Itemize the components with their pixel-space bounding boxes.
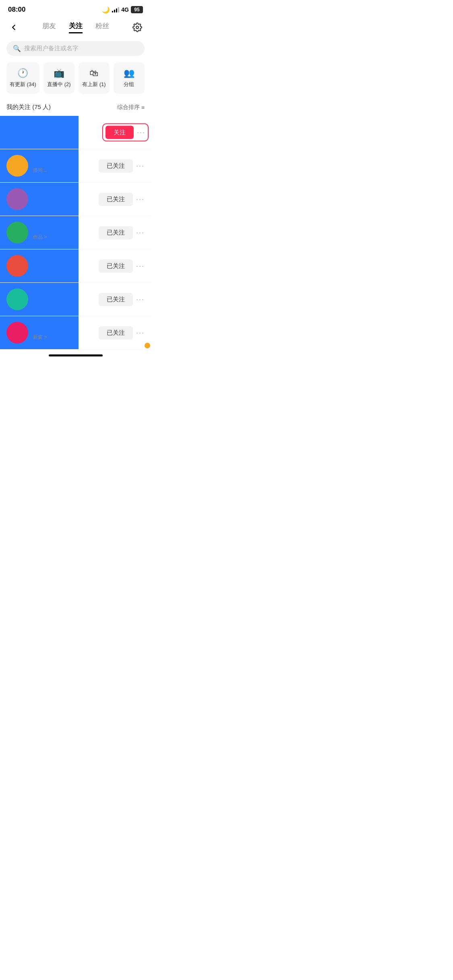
- item-actions: 已关注 ···: [99, 326, 145, 340]
- search-container: 🔍 搜索用户备注或名字: [0, 38, 151, 61]
- highlight-box: 关注 ···: [102, 124, 149, 142]
- bag-icon: 🛍: [89, 68, 98, 78]
- search-placeholder: 搜索用户备注或名字: [24, 45, 79, 52]
- item-actions: 已关注 ···: [99, 259, 145, 273]
- tab-fans[interactable]: 粉丝: [95, 21, 109, 33]
- item-actions: 已关注 ···: [99, 293, 145, 306]
- battery-indicator: 95: [131, 6, 143, 13]
- tv-icon: 📺: [54, 68, 64, 78]
- follow-button-4[interactable]: 已关注: [99, 226, 133, 239]
- user-info: 用户C: [33, 195, 99, 204]
- sort-label: 综合排序: [117, 104, 140, 111]
- user-info: 用户F: [33, 295, 99, 304]
- more-button-1[interactable]: ···: [137, 128, 145, 137]
- category-grid: 🕐 有更新 (34) 📺 直播中 (2) 🛍 有上新 (1) 👥 分组: [0, 61, 151, 100]
- follow-button-6[interactable]: 已关注: [99, 293, 133, 306]
- avatar: [6, 121, 28, 143]
- item-actions: 已关注 ···: [99, 159, 145, 173]
- list-item: 用户E 已关注 ···: [0, 249, 151, 283]
- group-icon: 👥: [124, 68, 134, 78]
- follow-button-7[interactable]: 已关注: [99, 326, 133, 340]
- category-updates-label: 有更新 (34): [10, 81, 36, 88]
- user-desc: 厨窗 >: [33, 334, 99, 341]
- item-actions: 已关注 ···: [99, 226, 145, 239]
- clock-icon: 🕐: [17, 68, 28, 78]
- search-bar[interactable]: 🔍 搜索用户备注或名字: [6, 41, 145, 56]
- category-live-label: 直播中 (2): [47, 81, 71, 88]
- search-icon: 🔍: [13, 45, 21, 52]
- signal-icon: [112, 7, 119, 12]
- more-button-5[interactable]: ···: [136, 262, 145, 270]
- category-new-label: 有上新 (1): [82, 81, 106, 88]
- more-button-7[interactable]: ···: [136, 329, 145, 337]
- nav-tabs: 朋友 关注 粉丝: [21, 21, 130, 33]
- category-groups-label: 分组: [124, 81, 134, 88]
- settings-button[interactable]: [130, 20, 145, 35]
- avatar: [6, 222, 28, 243]
- user-desc: 作品 >: [33, 234, 99, 241]
- nav-bar: 朋友 关注 粉丝: [0, 16, 151, 38]
- category-new[interactable]: 🛍 有上新 (1): [79, 62, 110, 94]
- avatar: [6, 188, 28, 210]
- avatar: [6, 322, 28, 344]
- sort-icon: ≡: [141, 104, 145, 111]
- home-indicator: [49, 354, 103, 356]
- category-groups[interactable]: 👥 分组: [114, 62, 145, 94]
- list-item: 用户B 播间... 已关注 ···: [0, 149, 151, 183]
- list-item: 用户G 厨窗 > 已关注 ···: [0, 316, 151, 350]
- back-button[interactable]: [6, 20, 21, 35]
- user-info: 用户D 作品 >: [33, 224, 99, 241]
- network-label: 4G: [121, 6, 129, 13]
- user-desc: 播间...: [33, 167, 99, 174]
- more-button-2[interactable]: ···: [136, 162, 145, 170]
- follow-list: 用户A 作品 > 关注 ··· 用户B 播间... 已关注 ··· 用户C 已关…: [0, 116, 151, 350]
- svg-point-0: [136, 26, 139, 29]
- user-info: 用户G 厨窗 >: [33, 325, 99, 341]
- section-title: 我的关注 (75 人): [6, 103, 51, 111]
- more-button-6[interactable]: ···: [136, 295, 145, 304]
- list-item: 用户F 已关注 ···: [0, 283, 151, 316]
- moon-icon: 🌙: [102, 6, 110, 14]
- follow-button-1[interactable]: 关注: [105, 126, 134, 139]
- user-info: 用户B 播间...: [33, 158, 99, 174]
- list-item: 用户A 作品 > 关注 ···: [0, 116, 151, 149]
- category-live[interactable]: 📺 直播中 (2): [43, 62, 74, 94]
- list-item: 用户D 作品 > 已关注 ···: [0, 216, 151, 249]
- avatar: [6, 155, 28, 177]
- status-time: 08:00: [8, 6, 25, 14]
- follow-button-5[interactable]: 已关注: [99, 259, 133, 273]
- avatar: [6, 255, 28, 277]
- list-item: 用户C 已关注 ···: [0, 183, 151, 216]
- follow-button-3[interactable]: 已关注: [99, 193, 133, 206]
- section-header: 我的关注 (75 人) 综合排序 ≡: [0, 100, 151, 116]
- tab-following[interactable]: 关注: [69, 21, 83, 33]
- category-updates[interactable]: 🕐 有更新 (34): [6, 62, 39, 94]
- more-button-4[interactable]: ···: [136, 229, 145, 237]
- status-right: 🌙 4G 95: [102, 6, 143, 14]
- tab-friends[interactable]: 朋友: [42, 21, 56, 33]
- avatar: [6, 288, 28, 310]
- more-button-3[interactable]: ···: [136, 195, 145, 204]
- follow-button-2[interactable]: 已关注: [99, 159, 133, 173]
- item-actions: 已关注 ···: [99, 193, 145, 206]
- sort-button[interactable]: 综合排序 ≡: [117, 104, 145, 111]
- status-bar: 08:00 🌙 4G 95: [0, 0, 151, 16]
- user-info: 用户E: [33, 261, 99, 271]
